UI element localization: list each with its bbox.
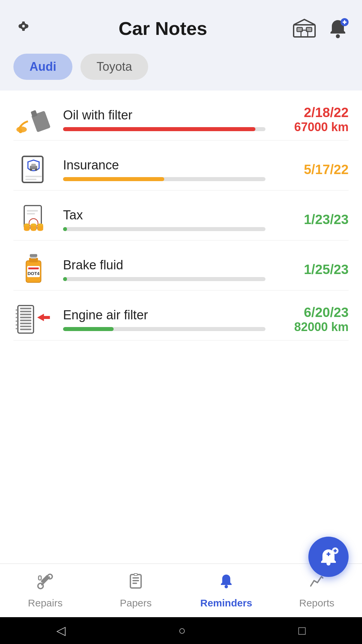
svg-point-63 (16, 320, 17, 322)
nav-reports[interactable]: Reports (272, 567, 362, 614)
reminder-brake-info: Brake fluid (63, 258, 265, 281)
tax-icon (13, 203, 54, 236)
svg-point-61 (16, 313, 17, 314)
bell-icon (218, 573, 235, 594)
brake-fluid-icon: DOT4 (13, 253, 54, 286)
reminder-oil-km: 67000 km (294, 120, 349, 134)
svg-rect-55 (20, 317, 31, 318)
android-nav-bar: ◁ ○ □ (0, 617, 362, 644)
nav-reminders[interactable]: Reminders (181, 567, 272, 614)
reminder-tax-info: Tax (63, 208, 265, 231)
svg-point-38 (31, 223, 37, 226)
reminder-oil-progress-bg (63, 127, 265, 131)
nav-repairs[interactable]: Repairs (0, 567, 90, 614)
android-recents-button[interactable]: □ (298, 624, 306, 638)
reminder-airfilter-name: Engine air filter (63, 308, 265, 322)
svg-point-35 (24, 223, 30, 226)
reminder-item[interactable]: Tax 1/23/23 (13, 191, 349, 240)
reminder-item[interactable]: DOT4 Brake fluid 1/25/23 (13, 240, 349, 290)
reminder-oil-progress-fill (63, 127, 255, 131)
add-reminder-header-icon[interactable] (327, 17, 349, 39)
svg-rect-19 (344, 20, 345, 24)
oil-icon (13, 103, 54, 136)
svg-point-27 (30, 169, 32, 171)
reminder-insurance-progress-fill (63, 177, 164, 181)
reminder-insurance-dates: 5/17/22 (275, 162, 349, 177)
svg-rect-14 (298, 28, 302, 31)
svg-point-28 (35, 169, 37, 171)
page-title: Car Notes (34, 17, 292, 39)
add-reminder-fab[interactable] (308, 537, 349, 577)
reminder-brake-dates: 1/25/23 (275, 262, 349, 277)
reminder-item[interactable]: Engine air filter 6/20/23 82000 km (13, 290, 349, 340)
svg-rect-69 (328, 552, 329, 556)
svg-point-84 (225, 585, 228, 588)
svg-text:DOT4: DOT4 (27, 271, 40, 276)
reminder-insurance-date: 5/17/22 (304, 162, 349, 177)
android-home-button[interactable]: ○ (178, 624, 186, 638)
reminder-airfilter-progress-fill (63, 327, 114, 331)
svg-rect-53 (20, 311, 31, 312)
svg-rect-2 (22, 21, 25, 25)
svg-rect-80 (132, 580, 139, 581)
reminder-airfilter-progress-bg (63, 327, 265, 331)
svg-rect-42 (27, 210, 38, 211)
reminder-insurance-progress-bg (63, 177, 265, 181)
reminder-item[interactable]: Insurance 5/17/22 (13, 141, 349, 191)
settings-icon[interactable] (13, 16, 34, 40)
reminder-brake-progress-bg (63, 277, 265, 281)
svg-point-62 (16, 317, 17, 318)
garage-icon[interactable] (292, 18, 316, 38)
svg-marker-66 (37, 314, 50, 321)
svg-rect-81 (132, 583, 137, 584)
svg-rect-15 (307, 28, 311, 31)
svg-rect-83 (134, 574, 137, 575)
header: Car Notes (0, 0, 362, 48)
reminder-insurance-info: Insurance (63, 158, 265, 181)
svg-rect-26 (31, 164, 36, 166)
bottom-navigation: Repairs Papers (0, 564, 362, 617)
svg-rect-72 (335, 549, 336, 552)
reminder-tax-dates: 1/23/23 (275, 212, 349, 227)
android-back-button[interactable]: ◁ (56, 624, 66, 638)
nav-repairs-label: Repairs (28, 597, 62, 609)
reminder-airfilter-info: Engine air filter (63, 308, 265, 331)
reminder-brake-name: Brake fluid (63, 258, 265, 272)
svg-point-60 (16, 309, 17, 311)
reminder-airfilter-km: 82000 km (294, 320, 349, 334)
tab-audi[interactable]: Audi (13, 54, 72, 80)
svg-point-1 (22, 25, 25, 28)
svg-point-65 (16, 328, 17, 329)
papers-icon (127, 573, 144, 594)
svg-rect-30 (25, 179, 37, 180)
nav-reports-label: Reports (299, 597, 334, 609)
reminder-oil-date: 2/18/22 (304, 105, 349, 120)
svg-point-64 (16, 324, 17, 325)
svg-rect-52 (20, 308, 31, 309)
svg-rect-46 (28, 267, 39, 269)
reminder-item[interactable]: Oil with filter 2/18/22 67000 km (13, 91, 349, 141)
svg-rect-3 (22, 28, 25, 31)
svg-rect-79 (132, 577, 139, 579)
reminder-brake-progress-fill (63, 277, 67, 281)
reminder-tax-progress-bg (63, 227, 265, 231)
tab-toyota[interactable]: Toyota (80, 54, 148, 80)
svg-rect-75 (39, 576, 41, 580)
nav-reminders-label: Reminders (200, 597, 252, 609)
nav-papers-label: Papers (120, 597, 152, 609)
svg-point-41 (37, 223, 43, 226)
reminder-tax-progress-fill (63, 227, 67, 231)
reminder-oil-name: Oil with filter (63, 108, 265, 122)
air-filter-icon (13, 303, 54, 336)
svg-point-16 (336, 34, 340, 38)
wrench-icon (37, 573, 54, 594)
svg-rect-57 (20, 323, 31, 324)
reminder-tax-name: Tax (63, 208, 265, 222)
header-actions (292, 17, 349, 39)
svg-rect-56 (20, 320, 31, 321)
reminder-brake-date: 1/25/23 (304, 262, 349, 277)
svg-point-67 (326, 561, 330, 566)
svg-rect-54 (20, 314, 31, 315)
nav-papers[interactable]: Papers (90, 567, 181, 614)
reminder-oil-info: Oil with filter (63, 108, 265, 131)
